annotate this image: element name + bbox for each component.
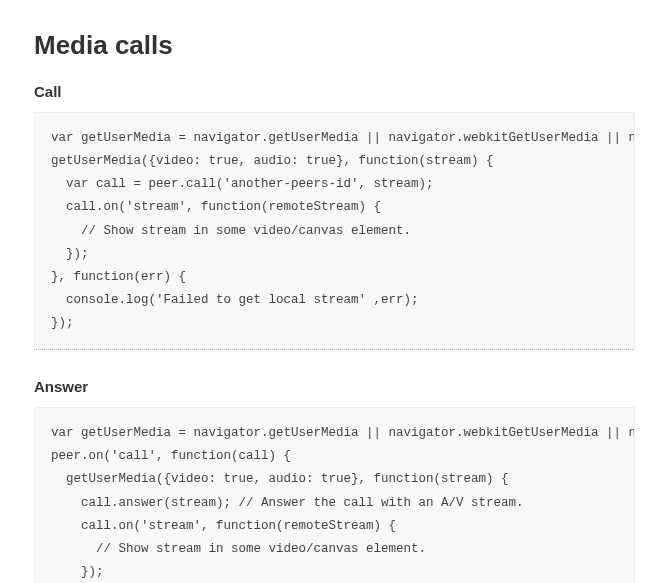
code-content: var getUserMedia = navigator.getUserMedi… [51, 422, 618, 583]
page-title: Media calls [34, 30, 635, 61]
section-heading: Answer [34, 378, 635, 395]
code-content: var getUserMedia = navigator.getUserMedi… [51, 127, 618, 345]
section-answer: Answer var getUserMedia = navigator.getU… [34, 378, 635, 583]
code-block[interactable]: var getUserMedia = navigator.getUserMedi… [34, 407, 635, 583]
code-block[interactable]: var getUserMedia = navigator.getUserMedi… [34, 112, 635, 350]
section-heading: Call [34, 83, 635, 100]
section-call: Call var getUserMedia = navigator.getUse… [34, 83, 635, 350]
